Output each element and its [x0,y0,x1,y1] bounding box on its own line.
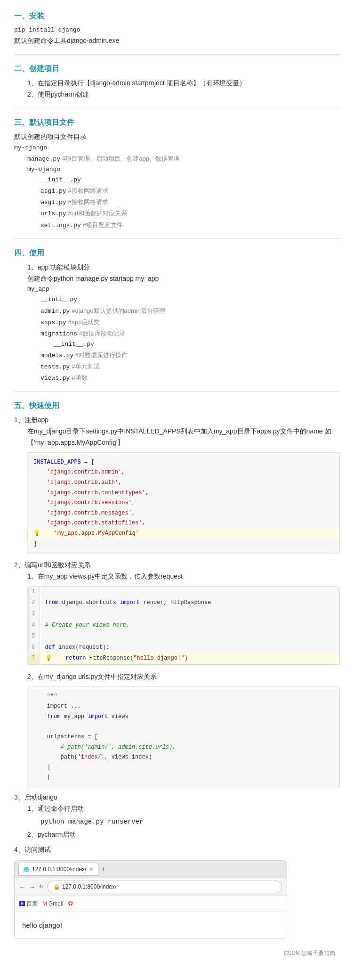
views-comment: #函数 [72,374,87,381]
step3-title: 3、启动django [14,792,340,803]
new-tab-button[interactable]: + [101,864,105,875]
models-row: models.py #对数据库进行操作 [14,350,340,361]
tests-row: tests.py #单元测试 [14,361,340,372]
section-title-usage: 四、使用 [14,246,340,259]
section-quick-usage: 五、快速使用 1、注册app 在my_django目录下settings.py中… [14,399,340,939]
section-install: 一、安装 pip install django 默认创建命令工具django-a… [14,9,340,47]
migrations-comment: #数据库改动记录 [79,330,125,337]
gmail-label: Gmail [48,899,63,908]
code-row-2: 2 from django.shortcuts import render, H… [28,597,339,609]
settings-row: settings.py #项目配置文件 [14,220,340,231]
my-app-dir: my_app [14,284,340,294]
urls-row: urls.py #url和函数的对应关系 [14,208,340,219]
create-step2: 2、使用pycharm创建 [14,89,340,100]
wsgi-py: wsgi.py [40,199,66,206]
bookmark-gmail[interactable]: M Gmail [42,899,63,908]
code-row-7: 7 💡 return HttpResponse("hello django!") [28,653,339,664]
step1-title: 1、注册app [14,415,340,426]
step2-title: 2、编写url和函数对应关系 [14,560,340,571]
step3-cmd: python manage.py runserver [14,817,340,828]
refresh-button[interactable]: ↻ [39,882,44,891]
url-text: 127.0.0.1:8000/index/ [62,882,116,891]
tab-label: 127.0.0.1:8000/index/ [32,865,86,874]
installed-apps-code: INSTALLED_APPS = [ 'django.contrib.admin… [27,452,340,554]
create-step1: 1、在指定目录执行【django-admin startproject 项目名称… [14,78,340,89]
asgi-py: asgi.py [40,188,66,195]
watermark: CSDN @梅千桑扣肉 [14,948,340,958]
browser-page-content: hello django! [15,912,287,939]
divider-4 [14,391,340,392]
step1-desc: 在my_django目录下settings.py中INSTALLED_APPS列… [14,426,340,449]
installed-apps-keyword: INSTALLED_APPS [33,459,81,466]
manage-py-comment: #项目管理、启动项目、创建app、数据管理 [62,155,180,162]
lock-icon: 🔒 [54,882,60,891]
baidu-label: 百度 [26,899,38,908]
section-title-files: 三、默认项目文件 [14,116,340,129]
browser-address-bar: ← → ↻ 🔒 127.0.0.1:8000/index/ [15,878,287,896]
models-comment: #对数据库进行操作 [75,351,128,359]
section-title-quick: 五、快速使用 [14,399,340,412]
app-intro: 1、app 功能模块划分 [14,262,340,273]
admin-comment: #django默认提供的admin后台管理 [72,307,165,314]
baidu-icon: 🅱 [19,899,25,908]
bookmark-flower[interactable]: ✿ [68,898,73,909]
forward-button[interactable]: → [29,882,35,892]
step2-sub1-title: 1、在my_app views.py中定义函数，传入参数request [14,571,340,582]
step2-sub2-title: 2、在my_django urls.py文件中指定对应关系 [14,671,340,683]
address-bar-input[interactable]: 🔒 127.0.0.1:8000/index/ [48,881,282,893]
views-code-block: 1 2 from django.shortcuts import render,… [27,586,340,665]
browser-mockup: 🌐 127.0.0.1:8000/index/ ✕ + ← → ↻ 🔒 127.… [14,860,287,939]
section-title-create: 二、创建项目 [14,62,340,75]
page-body-text: hello django! [22,921,62,929]
models-py: models.py [40,352,73,359]
migrations: migrations [40,330,77,337]
wsgi-comment: #接收网络请求 [68,198,108,205]
install-desc: 默认创建命令工具django-admin.exe [14,35,340,47]
code-row-1: 1 [28,587,339,598]
section-default-files: 三、默认项目文件 默认创建的项目文件目录 my-django manage.py… [14,116,340,231]
tests-py: tests.py [40,363,70,370]
apps-py: apps.py [40,319,66,326]
section-usage: 四、使用 1、app 功能模块划分 创建命令python manage.py s… [14,246,340,384]
wsgi-row: wsgi.py #接收网络请求 [14,196,340,208]
bookmarks-bar: 🅱 百度 M Gmail ✿ [15,896,287,912]
bookmark-baidu[interactable]: 🅱 百度 [19,899,38,908]
code-row-5: 5 [28,631,339,642]
views-row: views.py #函数 [14,372,340,384]
back-button[interactable]: ← [19,882,25,892]
divider-1 [14,54,340,55]
admin-row: admin.py #django默认提供的admin后台管理 [14,305,340,317]
code-row-3: 3 [28,609,339,620]
views-py: views.py [40,375,70,382]
circle-icon: 🌐 [24,866,29,874]
settings-comment: #项目配置文件 [83,221,123,229]
code-row-6: 6 def index(request): [28,642,339,653]
apps-comment: #app启动类 [68,318,100,326]
tests-comment: #单元测试 [72,363,99,370]
tab-close-icon[interactable]: ✕ [89,865,93,874]
divider-3 [14,238,340,239]
manage-py-row: manage.py #项目管理、启动项目、创建app、数据管理 [14,153,340,164]
urls-code-block: """ import ... from my_app import views … [27,686,340,788]
install-command: pip install django [14,25,340,35]
asgi-comment: #接收网络请求 [68,187,108,194]
urls-py: urls.py [40,210,66,217]
code-row-4: 4 # Create your views here. [28,620,339,631]
section-title-install: 一、安装 [14,9,340,22]
init-py: __init__.py [14,175,340,185]
apps-row: apps.py #app启动类 [14,317,340,328]
step3-sub1: 1、通过命令行启动 [14,803,340,815]
browser-tab-bar: 🌐 127.0.0.1:8000/index/ ✕ + [15,861,287,878]
migrations-init: __init__.py [14,339,340,350]
step3-sub2: 2、pycharm启动 [14,829,340,841]
asgi-row: asgi.py #接收网络请求 [14,185,340,196]
step4-title: 4、访问测试 [14,844,340,856]
browser-tab[interactable]: 🌐 127.0.0.1:8000/index/ ✕ [18,863,98,876]
urls-comment: #url和函数的对应关系 [68,210,128,217]
migrations-row: migrations #数据库改动记录 [14,328,340,339]
divider-2 [14,108,340,108]
section-create-project: 二、创建项目 1、在指定目录执行【django-admin startproje… [14,62,340,100]
admin-py: admin.py [40,308,70,315]
manage-py: manage.py [27,155,60,163]
inti-py: __inti_.py [14,294,340,305]
